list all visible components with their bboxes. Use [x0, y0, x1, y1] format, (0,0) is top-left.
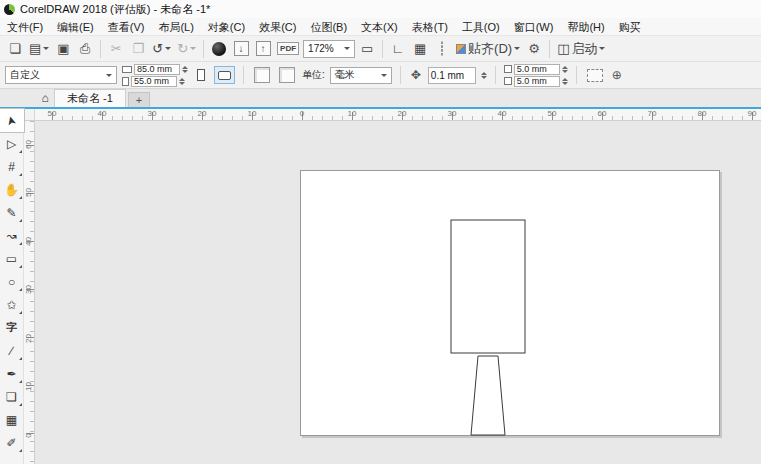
spinner-icon[interactable] [182, 66, 188, 73]
units-select[interactable]: 毫米 [330, 67, 392, 84]
spinner-icon[interactable] [481, 72, 487, 79]
text-tool[interactable]: 字 [0, 316, 24, 339]
shape-tool[interactable]: ▷ [0, 132, 24, 155]
horizontal-ruler[interactable]: 50 40 30 20 10 0 10 20 30 40 50 60 70 80… [35, 109, 761, 121]
duplicate-x-field[interactable]: 5.0 mm [514, 64, 560, 75]
pen-tool[interactable]: ✒ [0, 362, 24, 385]
show-grid-button[interactable]: ▦ [410, 38, 430, 60]
separator [100, 40, 101, 58]
import-button[interactable]: ↓ [231, 38, 251, 60]
portrait-orientation-button[interactable] [193, 66, 209, 84]
eyedropper-tool[interactable]: ✐ [0, 431, 24, 454]
show-rulers-button[interactable]: ∟ [388, 38, 408, 60]
landscape-icon [218, 71, 231, 80]
crop-tool[interactable]: # [0, 155, 24, 178]
chevron-down-icon [165, 47, 171, 50]
drawing-svg[interactable] [301, 171, 721, 437]
document-tab-label: 未命名 -1 [67, 91, 113, 106]
menu-help[interactable]: 帮助(H) [560, 18, 611, 36]
document-page[interactable] [300, 170, 720, 436]
welcome-home-button[interactable]: ⌂ [36, 89, 54, 107]
menu-file[interactable]: 文件(F) [0, 18, 50, 36]
dimension-tool[interactable]: ∕ [0, 339, 24, 362]
crosshair-button[interactable]: ⊕ [610, 64, 624, 86]
page-preset-select[interactable]: 自定义 [5, 66, 117, 84]
spinner-icon[interactable] [562, 66, 568, 73]
page-height-icon [122, 77, 129, 86]
export-icon: ↑ [256, 41, 271, 56]
duplicate-y-field[interactable]: 5.0 mm [514, 76, 560, 87]
polygon-tool[interactable]: ✩ [0, 293, 24, 316]
freehand-tool[interactable]: ✎ [0, 201, 24, 224]
text-tool-icon: 字 [6, 320, 17, 335]
menu-layout[interactable]: 布局(L) [151, 18, 200, 36]
cut-button[interactable]: ✂ [106, 38, 126, 60]
crosshair-icon: ⊕ [612, 68, 622, 82]
property-bar: 自定义 85.0 mm 55.0 mm 单位: 毫米 ✥ 0.1 [0, 62, 761, 89]
landscape-orientation-button[interactable] [214, 66, 235, 84]
pick-tool[interactable]: ➤ [0, 109, 24, 132]
menu-table[interactable]: 表格(T) [405, 18, 455, 36]
shadow-tool[interactable]: ❏ [0, 385, 24, 408]
document-tab[interactable]: 未命名 -1 [54, 89, 126, 107]
drawing-canvas[interactable] [35, 121, 761, 464]
show-guidelines-button[interactable]: ┊ [432, 38, 452, 60]
ruler-number: 60 [24, 139, 33, 150]
coreldraw-window: CorelDRAW 2018 (评估版) - 未命名 -1* 文件(F) 编辑(… [0, 0, 761, 464]
spinner-icon[interactable] [562, 78, 568, 85]
menu-object[interactable]: 对象(C) [201, 18, 252, 36]
page-size-fields: 85.0 mm 55.0 mm [122, 64, 188, 87]
save-button[interactable]: ▣ [53, 38, 73, 60]
grid-icon: ▦ [414, 41, 426, 56]
redo-button[interactable]: ↻ [175, 38, 198, 60]
zoom-level-select[interactable]: 172% [303, 40, 355, 58]
menu-buy[interactable]: 购买 [612, 18, 648, 36]
vertical-ruler[interactable]: 60 50 40 30 20 10 0 [24, 121, 35, 464]
transparency-tool[interactable]: ▦ [0, 408, 24, 431]
launcher-label: 启动 [571, 40, 597, 58]
all-pages-button[interactable] [252, 64, 272, 86]
search-content-button[interactable] [209, 38, 229, 60]
options-button[interactable]: ⚙ [524, 38, 544, 60]
ruler-number: 10 [348, 109, 357, 118]
application-launcher-button[interactable]: ◫ 启动 [555, 38, 607, 60]
menu-bitmaps[interactable]: 位图(B) [303, 18, 354, 36]
menu-window[interactable]: 窗口(W) [507, 18, 561, 36]
publish-pdf-button[interactable]: PDF [275, 38, 301, 60]
snap-to-button[interactable]: 贴齐(D) [454, 38, 522, 60]
separator [495, 66, 496, 84]
menu-effects[interactable]: 效果(C) [252, 18, 303, 36]
page-height-field[interactable]: 55.0 mm [131, 76, 177, 87]
duplicate-y-icon [504, 77, 512, 85]
separator [549, 40, 550, 58]
rectangle-tool[interactable]: ▭ [0, 247, 24, 270]
menu-view[interactable]: 查看(V) [101, 18, 152, 36]
menu-text[interactable]: 文本(X) [354, 18, 405, 36]
menu-tools[interactable]: 工具(O) [455, 18, 507, 36]
page-width-field[interactable]: 85.0 mm [134, 64, 180, 75]
undo-button[interactable]: ↺ [150, 38, 173, 60]
spinner-icon[interactable] [179, 78, 185, 85]
eyedropper-tool-icon: ✐ [6, 436, 16, 450]
new-tab-button[interactable]: + [128, 92, 150, 107]
polygon-tool-icon: ✩ [6, 298, 16, 312]
print-button[interactable]: ⎙ [75, 38, 95, 60]
ruler-origin-corner[interactable] [24, 109, 35, 121]
menu-edit[interactable]: 编辑(E) [50, 18, 101, 36]
ellipse-tool[interactable]: ○ [0, 270, 24, 293]
new-document-button[interactable]: ❏ [5, 38, 25, 60]
nudge-distance-field[interactable]: 0.1 mm [428, 67, 476, 84]
snap-icon [456, 44, 466, 54]
treat-as-filled-button[interactable] [585, 64, 605, 86]
export-button[interactable]: ↑ [253, 38, 273, 60]
ruler-number: 60 [598, 109, 607, 118]
fullscreen-preview-icon: ▭ [361, 41, 373, 56]
fullscreen-preview-button[interactable]: ▭ [357, 38, 377, 60]
guidelines-icon: ┊ [438, 41, 446, 56]
current-page-button[interactable] [277, 64, 297, 86]
pan-zoom-tool[interactable]: ✋ [0, 178, 24, 201]
artistic-media-tool[interactable]: ↝ [0, 224, 24, 247]
copy-button[interactable]: ❐ [128, 38, 148, 60]
open-button[interactable]: ▤ [27, 38, 51, 60]
ruler-number: 10 [248, 109, 257, 118]
